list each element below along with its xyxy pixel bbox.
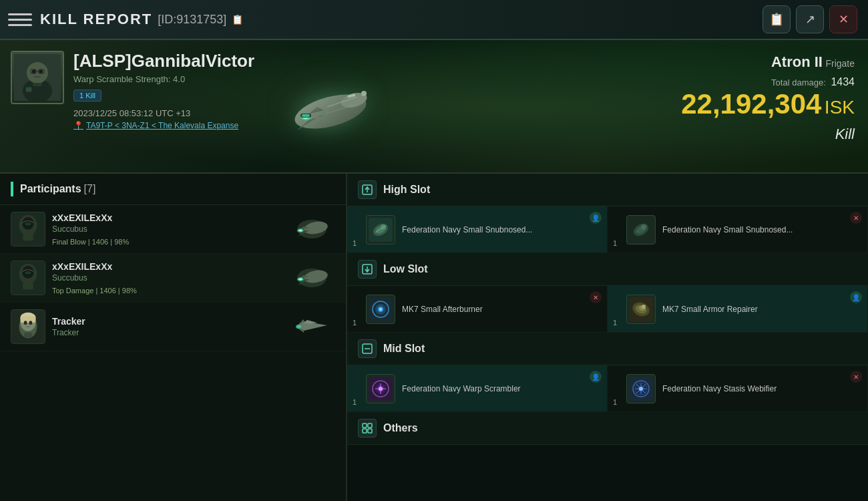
item-icon bbox=[366, 295, 395, 324]
participant-info: Tracker Tracker bbox=[52, 316, 288, 337]
svg-rect-107 bbox=[368, 429, 372, 433]
high-slot-section: High Slot 1 Federation Na bbox=[347, 174, 868, 253]
svg-point-29 bbox=[25, 222, 31, 226]
kill-id: [ID:9131753] bbox=[158, 13, 226, 27]
svg-point-54 bbox=[29, 321, 32, 325]
main-content: Participants [7] bbox=[0, 174, 868, 501]
low-slot-title: Low Slot bbox=[383, 263, 428, 275]
participant-stats: Top Damage | 1406 | 98% bbox=[52, 287, 288, 295]
menu-button[interactable] bbox=[8, 7, 32, 31]
isk-display: 22,192,304 ISK bbox=[681, 88, 855, 120]
item-badge: 👤 bbox=[590, 371, 602, 383]
participant-avatar bbox=[11, 212, 45, 246]
item-qty: 1 bbox=[613, 239, 617, 247]
item-qty: 1 bbox=[353, 239, 357, 247]
others-header: Others bbox=[347, 412, 868, 445]
participant-name: xXxEXILExXx bbox=[52, 261, 288, 272]
low-slot-header: Low Slot bbox=[347, 253, 868, 286]
item-qty: 1 bbox=[613, 319, 617, 327]
svg-point-41 bbox=[25, 271, 31, 275]
high-slot-title: High Slot bbox=[383, 184, 430, 196]
participant-ship-image bbox=[288, 212, 335, 246]
item-name: Federation Navy Small Snubnosed... bbox=[402, 225, 599, 234]
item-name: Federation Navy Small Snubnosed... bbox=[662, 225, 859, 234]
svg-rect-10 bbox=[26, 88, 31, 92]
item-qty: 1 bbox=[613, 398, 617, 406]
accent-bar bbox=[11, 182, 13, 196]
participant-card[interactable]: xXxEXILExXx Succubus Top Damage | 1406 |… bbox=[0, 254, 346, 303]
mid-slot-item-2[interactable]: 1 bbox=[608, 365, 868, 412]
participant-name: Tracker bbox=[52, 316, 288, 327]
item-qty: 1 bbox=[353, 319, 357, 327]
item-icon bbox=[626, 295, 656, 324]
svg-point-21 bbox=[361, 91, 367, 96]
svg-point-80 bbox=[379, 308, 382, 311]
participant-ship-image bbox=[288, 261, 335, 295]
high-slot-items: 1 Federation Navy Small Snubnosed... 👤 bbox=[347, 206, 868, 253]
participant-ship: Tracker bbox=[52, 328, 288, 337]
mid-slot-icon bbox=[358, 339, 377, 358]
participant-ship: Succubus bbox=[52, 273, 288, 283]
item-badge: ✕ bbox=[850, 371, 862, 383]
participants-title: Participants bbox=[20, 183, 81, 195]
participant-avatar bbox=[11, 309, 45, 344]
kills-badge: 1 Kill bbox=[73, 90, 101, 102]
avatar bbox=[11, 51, 64, 104]
hero-right: Atron II Frigate Total damage: 1434 22,1… bbox=[681, 53, 855, 143]
item-icon bbox=[626, 374, 656, 403]
others-section: Others bbox=[347, 412, 868, 445]
share-button[interactable]: ↗ bbox=[796, 5, 824, 33]
svg-point-85 bbox=[642, 305, 646, 309]
item-name: MK7 Small Armor Repairer bbox=[662, 305, 859, 314]
svg-rect-52 bbox=[20, 317, 35, 323]
participant-info: xXxEXILExXx Succubus Top Damage | 1406 |… bbox=[52, 261, 288, 295]
item-name: Federation Navy Warp Scrambler bbox=[402, 384, 599, 393]
item-badge: 👤 bbox=[850, 291, 862, 303]
item-icon bbox=[366, 215, 395, 244]
svg-rect-27 bbox=[23, 233, 33, 241]
high-slot-item-1[interactable]: 1 Federation Navy Small Snubnosed... 👤 bbox=[347, 206, 608, 253]
hero-banner: [ALSP]GannibalVictor Warp Scramble Stren… bbox=[0, 40, 868, 174]
equipment-panel: High Slot 1 Federation Na bbox=[347, 174, 868, 501]
mid-slot-header: Mid Slot bbox=[347, 333, 868, 365]
item-badge: 👤 bbox=[590, 212, 602, 224]
participant-avatar bbox=[11, 261, 45, 295]
header-actions: 📋 ↗ ✕ bbox=[763, 5, 857, 33]
low-slot-items: 1 MK7 Small Afterburner ✕ bbox=[347, 286, 868, 333]
header: KILL REPORT [ID:9131753] 📋 📋 ↗ ✕ bbox=[0, 0, 868, 40]
participant-info: xXxEXILExXx Succubus Final Blow | 1406 |… bbox=[52, 212, 288, 246]
svg-point-61 bbox=[296, 325, 301, 329]
participant-card[interactable]: Tracker Tracker bbox=[0, 303, 346, 351]
mid-slot-title: Mid Slot bbox=[383, 343, 425, 355]
participants-panel: Participants [7] bbox=[0, 174, 347, 501]
item-badge: ✕ bbox=[590, 291, 602, 303]
ship-illustration bbox=[254, 53, 401, 167]
participant-ship: Succubus bbox=[52, 224, 288, 234]
high-slot-header: High Slot bbox=[347, 174, 868, 206]
high-slot-item-2[interactable]: 1 Federation Navy Small Snubnosed... ✕ bbox=[608, 206, 868, 253]
svg-point-103 bbox=[639, 387, 643, 391]
others-title: Others bbox=[383, 422, 418, 434]
avatar-figure bbox=[12, 52, 63, 103]
low-slot-section: Low Slot 1 MK7 Small Afte bbox=[347, 253, 868, 333]
low-slot-item-1[interactable]: 1 MK7 Small Afterburner ✕ bbox=[347, 286, 608, 333]
item-qty: 1 bbox=[353, 398, 357, 406]
low-slot-item-2[interactable]: 1 MK7 Small Armor Repairer 👤 bbox=[608, 286, 868, 333]
participants-header: Participants [7] bbox=[0, 174, 346, 205]
svg-rect-105 bbox=[368, 424, 372, 428]
svg-rect-9 bbox=[33, 83, 42, 86]
clipboard-button[interactable]: 📋 bbox=[763, 5, 791, 33]
svg-point-35 bbox=[298, 230, 302, 232]
svg-rect-56 bbox=[24, 333, 32, 338]
close-button[interactable]: ✕ bbox=[829, 5, 857, 33]
outcome-label: Kill bbox=[681, 126, 855, 143]
svg-point-53 bbox=[24, 321, 27, 325]
mid-slot-item-1[interactable]: 1 Federation Navy Warp bbox=[347, 365, 608, 412]
svg-rect-23 bbox=[302, 114, 310, 117]
svg-rect-106 bbox=[363, 429, 367, 433]
copy-id-button[interactable]: 📋 bbox=[232, 14, 243, 25]
svg-point-47 bbox=[298, 279, 302, 281]
item-icon bbox=[626, 215, 656, 244]
participant-card[interactable]: xXxEXILExXx Succubus Final Blow | 1406 |… bbox=[0, 205, 346, 254]
item-name: MK7 Small Afterburner bbox=[402, 305, 599, 314]
